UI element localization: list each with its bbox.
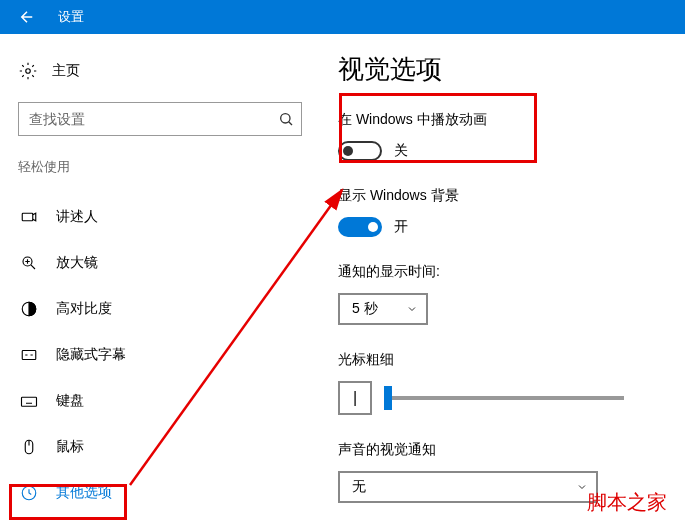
notify-label: 通知的显示时间: <box>338 263 665 281</box>
setting-animations: 在 Windows 中播放动画 关 <box>338 111 665 161</box>
magnifier-icon <box>20 254 38 272</box>
sound-visual-select[interactable]: 无 <box>338 471 598 503</box>
contrast-icon <box>20 300 38 318</box>
sound-visual-value: 无 <box>352 478 366 496</box>
search-input[interactable] <box>18 102 302 136</box>
category-label: 轻松使用 <box>18 158 302 176</box>
svg-rect-5 <box>22 351 36 360</box>
background-toggle[interactable] <box>338 217 382 237</box>
notify-select[interactable]: 5 秒 <box>338 293 428 325</box>
titlebar: 设置 <box>0 0 685 34</box>
animations-label: 在 Windows 中播放动画 <box>338 111 665 129</box>
search-box[interactable] <box>18 102 302 136</box>
search-icon <box>278 111 294 127</box>
chevron-down-icon <box>406 303 418 315</box>
background-label: 显示 Windows 背景 <box>338 187 665 205</box>
mouse-icon <box>20 438 38 456</box>
nav-label: 鼠标 <box>56 438 84 456</box>
nav-label: 讲述人 <box>56 208 98 226</box>
nav-label: 放大镜 <box>56 254 98 272</box>
nav-label: 隐藏式字幕 <box>56 346 126 364</box>
sidebar-item-mouse[interactable]: 鼠标 <box>18 424 302 470</box>
svg-point-0 <box>26 69 31 74</box>
cursor-slider[interactable] <box>384 396 624 400</box>
nav-label: 其他选项 <box>56 484 112 502</box>
sidebar-item-contrast[interactable]: 高对比度 <box>18 286 302 332</box>
svg-point-1 <box>281 114 290 123</box>
back-button[interactable] <box>4 0 50 34</box>
cursor-label: 光标粗细 <box>338 351 665 369</box>
nav-label: 高对比度 <box>56 300 112 318</box>
page-title: 视觉选项 <box>338 52 665 87</box>
svg-rect-2 <box>22 213 33 221</box>
chevron-down-icon <box>576 481 588 493</box>
setting-sound-visual: 声音的视觉通知 无 <box>338 441 665 503</box>
sidebar-item-captions[interactable]: 隐藏式字幕 <box>18 332 302 378</box>
sidebar-item-magnifier[interactable]: 放大镜 <box>18 240 302 286</box>
window-title: 设置 <box>58 8 84 26</box>
gear-icon <box>19 62 37 80</box>
svg-rect-6 <box>22 397 37 406</box>
sidebar-item-other[interactable]: 其他选项 <box>18 470 302 516</box>
arrow-left-icon <box>18 8 36 26</box>
home-label: 主页 <box>52 62 80 80</box>
sidebar-item-narrator[interactable]: 讲述人 <box>18 194 302 240</box>
background-state: 开 <box>394 218 408 236</box>
sidebar-item-keyboard[interactable]: 键盘 <box>18 378 302 424</box>
home-link[interactable]: 主页 <box>18 62 302 80</box>
sound-visual-label: 声音的视觉通知 <box>338 441 665 459</box>
main-panel: 视觉选项 在 Windows 中播放动画 关 显示 Windows 背景 开 通… <box>320 34 685 526</box>
sidebar: 主页 轻松使用 讲述人 放大镜 高对比度 隐藏式字幕 键盘 <box>0 34 320 526</box>
setting-cursor: 光标粗细 | <box>338 351 665 415</box>
narrator-icon <box>20 208 38 226</box>
notify-value: 5 秒 <box>352 300 378 318</box>
cursor-preview: | <box>338 381 372 415</box>
captions-icon <box>20 346 38 364</box>
keyboard-icon <box>20 392 38 410</box>
nav-label: 键盘 <box>56 392 84 410</box>
setting-notify-time: 通知的显示时间: 5 秒 <box>338 263 665 325</box>
animations-state: 关 <box>394 142 408 160</box>
other-icon <box>20 484 38 502</box>
animations-toggle[interactable] <box>338 141 382 161</box>
setting-background: 显示 Windows 背景 开 <box>338 187 665 237</box>
